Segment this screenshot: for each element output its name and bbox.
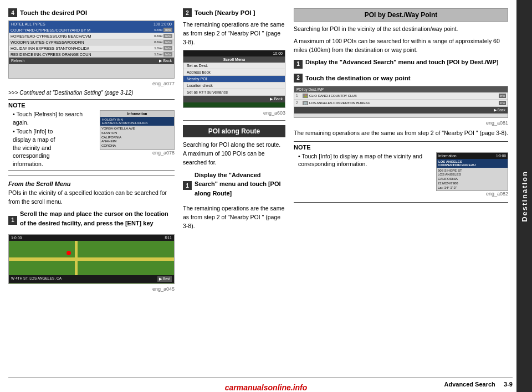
step2-nearby-title: Touch [Nearby POI ] [195, 9, 255, 16]
note-section-left: NOTE Touch [Refresh] to search again. • … [8, 99, 175, 171]
right-right-part: POI by Dest./Way Point Searching for POI… [294, 8, 508, 234]
note-text: Touch [Refresh] to search again. • Touch… [8, 110, 96, 168]
hotel-row-5: RESIDENCE INN-CYPRESS ORANGE COUN 1.1mi … [9, 51, 174, 58]
step2-poi-dest-text: Touch the destination or way point [305, 75, 411, 81]
dest-sidebar: Destination [516, 0, 532, 392]
divider-1 [8, 176, 175, 176]
step4-header: 4 Touch the desired POI [8, 8, 175, 17]
map-screenshot: 1:0:00 R11 W 4TH ST, LOS ANGELES, CA ▶ B… [8, 234, 175, 284]
step2-poi-dest-num: 2 [294, 74, 303, 82]
hotel-row-4: HOLIDAY INN EXPRESS-STANTON/HOLIDA 1.0mi… [9, 45, 174, 51]
screen-header-right: 100 1:0:00 [154, 22, 172, 26]
from-scroll-body: POIs in the vicinity of a specified loca… [8, 189, 175, 207]
screen-list-header: HOTEL ALL TYPES 100 1:0:00 [9, 21, 174, 27]
step1-poi-dest-text: Display the "Advanced Search" menu and t… [305, 58, 498, 67]
screenshot-label-a082: eng_a082 [436, 191, 508, 197]
step1-poi-route-header: 1 Display the "Advanced Search" menu and… [183, 171, 285, 202]
note-image: Information HOLIDAY INNEXPRESS-STANTON/H… [100, 110, 175, 168]
step1-poi-route-num: 1 [183, 181, 192, 190]
right-two-col: 2 Touch [Nearby POI ] The remaining oper… [183, 8, 508, 234]
hotel-list-screenshot: HOTEL ALL TYPES 100 1:0:00 COURTYARD-CYP… [8, 20, 175, 79]
screenshot-label-a078: eng_a078 [100, 150, 175, 156]
footer-label: Advanced Search [444, 381, 495, 388]
from-scroll-title: From the Scroll Menu [8, 180, 175, 187]
step1-scroll-text: Scroll the map and place the cursor on t… [20, 209, 175, 228]
note-title-right: NOTE [294, 144, 508, 151]
hotel-row-2: HOMESTEAD-CYPRESS/LONG BEACH/CVM 0.6mi I… [9, 33, 174, 39]
screen-bottom-bar: Refresh ▶ Back [9, 58, 174, 64]
poi-route-body: Searching for POI along the set route. A… [183, 141, 285, 167]
step1-scroll-header: 1 Scroll the map and place the cursor on… [8, 209, 175, 231]
step4-num: 4 [8, 8, 17, 17]
step1-poi-dest-header: 1 Display the "Advanced Search" menu and… [294, 58, 508, 70]
screenshot-label-a077: eng_a077 [8, 81, 175, 86]
poi-route-remaining: The remaining operations are the same as… [183, 204, 285, 230]
poi-dest-body1: Searching for POI in the vicinity of the… [294, 25, 508, 34]
right-column: 2 Touch [Nearby POI ] The remaining oper… [183, 8, 508, 375]
columns: 4 Touch the desired POI HOTEL ALL TYPES … [8, 8, 508, 375]
hotel-row-3: WOODFIN SUITES-CYPRESS/WOODFIN 0.6mi Inf… [9, 39, 174, 45]
note-with-image: Touch [Refresh] to search again. • Touch… [8, 110, 175, 168]
footer-page-info: Advanced Search 3-9 [444, 381, 513, 388]
note-right-image: Information 1:0:00 LOS ANGELESCONVENTION… [436, 152, 508, 200]
step1-poi-dest-num: 1 [294, 60, 303, 69]
step1-poi-route-text: Display the "Advanced Search" menu and t… [195, 171, 285, 198]
continued-text: >>> Continued at "Destination Setting" (… [8, 90, 175, 96]
step2-nearby-num: 2 [183, 8, 192, 17]
screenshot-label-a081: eng_a081 [294, 120, 508, 126]
note-item-2-start: • Touch [Info] todisplay a map ofthe vic… [13, 127, 96, 168]
poi-dest-remaining: The remaining operations are the same as… [294, 129, 508, 138]
note-right-item: • Touch [Info] to display a map of the v… [298, 152, 433, 168]
hotel-row-1: COURTYARD-CYPRESS/COURTYARD BY M 0.6mi I… [9, 27, 174, 33]
screen-header-left: HOTEL ALL TYPES [11, 22, 45, 26]
poi-dest-screenshot: POI by Dest./WP 1 ⛳ CLIO RANCH COUNTRY C… [294, 86, 508, 118]
footer-num: 3-9 [504, 381, 513, 388]
note-section-right: NOTE • Touch [Info] to display a map of … [294, 141, 508, 203]
step2-poi-dest-header: 2 Touch the destination or way point [294, 74, 508, 82]
note-title-left: NOTE [8, 102, 175, 109]
screenshot-label-a045: eng_a045 [8, 286, 175, 292]
map-address: W 4TH ST, LOS ANGELES, CA [11, 276, 62, 282]
poi-route-header: POI along Route [183, 125, 285, 137]
screenshot-label-a603: eng_a603 [183, 110, 285, 116]
step1-scroll-num: 1 [8, 216, 17, 225]
step2-nearby-body: The remaining operations are the same as… [183, 20, 285, 47]
left-column: 4 Touch the desired POI HOTEL ALL TYPES … [8, 8, 175, 375]
note-right-text: • Touch [Info] to display a map of the v… [294, 152, 433, 200]
poi-dest-header: POI by Dest./Way Point [294, 8, 508, 22]
dest-sidebar-label: Destination [520, 171, 529, 222]
poi-dest-body2: A maximum of 100 POIs can be searched fo… [294, 37, 508, 55]
scroll-menu-screenshot: 10:00 Scroll Menu Set as Dest. Address b… [183, 50, 285, 108]
step4-title: Touch the desired POI [20, 9, 87, 16]
main-content: 4 Touch the desired POI HOTEL ALL TYPES … [0, 0, 516, 392]
divider-2 [183, 120, 285, 121]
note-item-1: Touch [Refresh] to search again. [13, 110, 96, 126]
watermark: carmanualsonline.info [225, 383, 308, 392]
note-right-with-image: • Touch [Info] to display a map of the v… [294, 152, 508, 200]
step2-nearby-header: 2 Touch [Nearby POI ] [183, 8, 285, 17]
right-left-part: 2 Touch [Nearby POI ] The remaining oper… [183, 8, 285, 234]
